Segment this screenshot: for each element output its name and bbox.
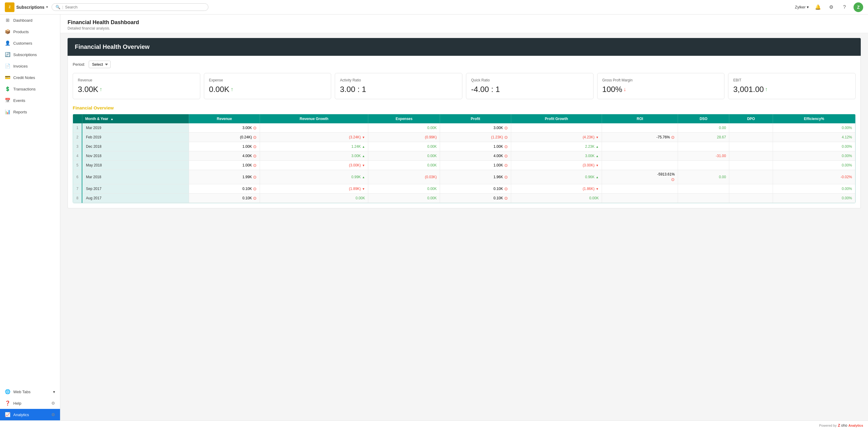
sort-icon-month: ▲: [111, 117, 114, 121]
metric-card-quick-ratio: Quick Ratio -4.00 : 1: [466, 73, 593, 99]
ebit-number: 3,001.00: [733, 85, 764, 94]
sidebar-item-events[interactable]: 📅 Events: [0, 95, 60, 106]
col-header-roi[interactable]: ROI: [602, 114, 678, 123]
table-row: 2 Feb 2019 (0.24K)⊙ (3.24K)▼ (0.99K) (1.…: [73, 133, 855, 142]
sidebar-item-analytics[interactable]: 📈 Analytics ⚙: [0, 409, 60, 420]
expense-arrow-up-icon: ↑: [231, 86, 234, 93]
metric-value-expense: 0.00K ↑: [209, 85, 326, 94]
help-sidebar-icon: ❓: [5, 400, 10, 406]
cell-dso: [678, 161, 729, 170]
main-content: Financial Health Dashboard Detailed fina…: [60, 14, 868, 420]
cell-efficiency: 0.00%: [773, 193, 855, 203]
app-dropdown-icon[interactable]: ▾: [46, 5, 48, 9]
sidebar-label-help: Help: [13, 401, 48, 406]
cell-roi: [602, 142, 678, 151]
metric-title-ebit: EBIT: [733, 78, 850, 82]
cell-revenue: 3.00K⊙: [189, 123, 260, 133]
help-button[interactable]: ?: [840, 3, 849, 11]
cell-efficiency: 0.00%: [773, 142, 855, 151]
app-logo[interactable]: Z Subscriptions ▾: [5, 2, 48, 12]
expense-number: 0.00K: [209, 85, 229, 94]
search-bar[interactable]: 🔍 |: [52, 3, 208, 11]
ebit-arrow-up-icon: ↑: [765, 86, 768, 93]
sidebar-item-reports[interactable]: 📊 Reports: [0, 106, 60, 118]
metric-value-ebit: 3,001.00 ↑: [733, 85, 850, 94]
cell-expenses: (0.99K): [368, 133, 440, 142]
cell-roi: [602, 193, 678, 203]
cell-dpo: [729, 133, 773, 142]
cell-roi: [602, 161, 678, 170]
cell-revenue: 0.10K⊙: [189, 184, 260, 193]
help-gear-icon[interactable]: ⚙: [51, 401, 55, 406]
cell-revenue-growth: (3.00K)▼: [260, 161, 368, 170]
settings-button[interactable]: ⚙: [827, 3, 835, 11]
sidebar-item-transactions[interactable]: 💲 Transactions: [0, 83, 60, 95]
sidebar-label-customers: Customers: [13, 41, 55, 45]
sidebar-label-analytics: Analytics: [13, 412, 48, 417]
col-header-dso[interactable]: DSO: [678, 114, 729, 123]
sidebar-label-products: Products: [13, 30, 55, 34]
cell-revenue-growth: 0.99K▲: [260, 170, 368, 184]
metric-card-expense: Expense 0.00K ↑: [204, 73, 332, 99]
revenue-dot-icon: ⊙: [253, 153, 257, 158]
profit-dot-icon: ⊙: [504, 135, 508, 140]
period-select[interactable]: Select: [89, 61, 111, 68]
sidebar-item-subscriptions[interactable]: 🔄 Subscriptions: [0, 49, 60, 60]
metric-value-revenue: 3.00K ↑: [78, 85, 195, 94]
profit-growth-down-icon: ▼: [596, 164, 599, 167]
org-selector[interactable]: Zylker ▾: [795, 5, 809, 9]
invoices-icon: 📄: [5, 63, 10, 69]
activity-ratio-number: 3.00 : 1: [340, 85, 366, 94]
col-header-month[interactable]: Month & Year ▲: [82, 114, 189, 123]
revenue-growth-down-icon: ▼: [362, 136, 365, 139]
sidebar-item-invoices[interactable]: 📄 Invoices: [0, 60, 60, 72]
cell-dso: 0.00: [678, 123, 729, 133]
sidebar-label-reports: Reports: [13, 110, 55, 114]
org-dropdown-icon: ▾: [807, 5, 809, 9]
metric-card-ebit: EBIT 3,001.00 ↑: [728, 73, 856, 99]
sidebar-item-dashboard[interactable]: ⊞ Dashboard: [0, 14, 60, 26]
cell-profit: 1.00K⊙: [440, 142, 511, 151]
metrics-row: Revenue 3.00K ↑ Expense 0.00K ↑: [73, 73, 856, 99]
table-row: 7 Sep 2017 0.10K⊙ (1.89K)▼ 0.00K 0.10K⊙ …: [73, 184, 855, 193]
revenue-number: 3.00K: [78, 85, 98, 94]
financial-overview-section-title: Financial Overview: [73, 105, 856, 111]
roi-dot-icon: ⊙: [671, 135, 675, 140]
col-header-profit[interactable]: Profit: [440, 114, 511, 123]
analytics-gear-icon[interactable]: ⚙: [51, 412, 55, 417]
cell-num: 1: [73, 123, 82, 133]
footer-analytics-text: Analytics: [848, 424, 863, 427]
sidebar-item-products[interactable]: 📦 Products: [0, 26, 60, 37]
col-header-revenue-growth[interactable]: Revenue Growth: [260, 114, 368, 123]
page-subtitle: Detailed financial analysis.: [67, 26, 861, 30]
col-header-profit-growth[interactable]: Profit Growth: [511, 114, 602, 123]
sidebar-item-credit-notes[interactable]: 💳 Credit Notes: [0, 72, 60, 83]
sidebar: ⊞ Dashboard 📦 Products 👤 Customers 🔄 Sub…: [0, 14, 60, 420]
customers-icon: 👤: [5, 40, 10, 46]
search-input[interactable]: [65, 5, 205, 9]
sidebar-item-web-tabs[interactable]: 🌐 Web Tabs ▾: [0, 386, 60, 397]
revenue-growth-down-icon: ▼: [362, 187, 365, 191]
cell-expenses: 0.00K: [368, 142, 440, 151]
cell-profit-growth: 3.00K▲: [511, 151, 602, 161]
sidebar-item-customers[interactable]: 👤 Customers: [0, 37, 60, 49]
cell-expenses: 0.00K: [368, 184, 440, 193]
sidebar-item-help[interactable]: ❓ Help ⚙: [0, 397, 60, 409]
sidebar-label-invoices: Invoices: [13, 64, 55, 68]
col-header-revenue[interactable]: Revenue: [189, 114, 260, 123]
overview-section: Period: Select Revenue 3.00K ↑: [67, 56, 861, 208]
col-header-expenses[interactable]: Expenses: [368, 114, 440, 123]
notifications-button[interactable]: 🔔: [814, 3, 822, 11]
cell-dpo: [729, 170, 773, 184]
cell-profit: (1.23K)⊙: [440, 133, 511, 142]
profit-dot-icon: ⊙: [504, 125, 508, 130]
cell-roi: -75.76%⊙: [602, 133, 678, 142]
cell-revenue: 1.00K⊙: [189, 142, 260, 151]
col-header-efficiency[interactable]: Efficiency%: [773, 114, 855, 123]
col-header-dpo[interactable]: DPO: [729, 114, 773, 123]
cell-month: Mar 2019: [82, 123, 189, 133]
products-icon: 📦: [5, 29, 10, 34]
avatar[interactable]: Z: [854, 2, 863, 12]
topbar-right: Zylker ▾ 🔔 ⚙ ? Z: [795, 2, 863, 12]
content-area: Financial Health Overview Period: Select…: [60, 33, 868, 218]
